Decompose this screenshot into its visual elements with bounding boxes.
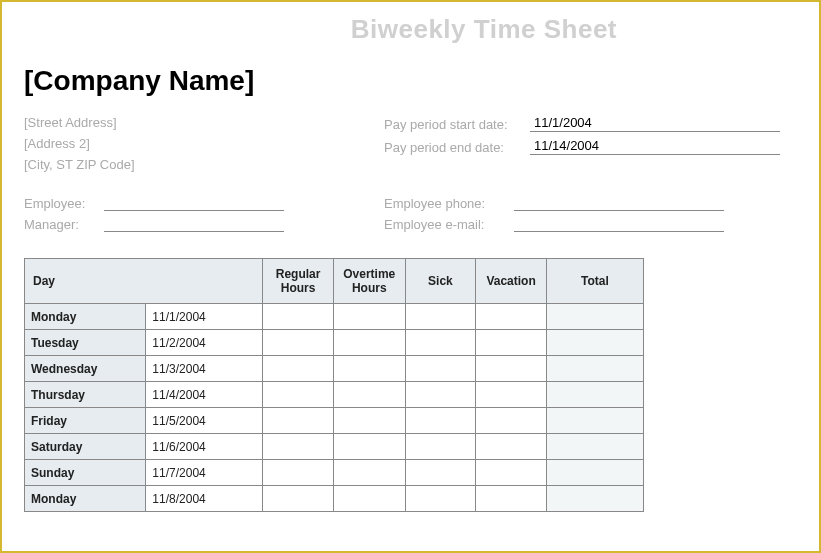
- total-cell: [546, 304, 643, 330]
- street-address: [Street Address]: [24, 115, 384, 130]
- regular-cell[interactable]: [263, 434, 334, 460]
- regular-cell[interactable]: [263, 408, 334, 434]
- day-cell: Wednesday: [25, 356, 146, 382]
- field-left: Employee: Manager:: [24, 196, 384, 238]
- header-total: Total: [546, 259, 643, 304]
- table-row: Tuesday11/2/2004: [25, 330, 644, 356]
- phone-row: Employee phone:: [384, 196, 797, 211]
- vacation-cell[interactable]: [476, 486, 547, 512]
- regular-cell[interactable]: [263, 356, 334, 382]
- vacation-cell[interactable]: [476, 408, 547, 434]
- date-cell: 11/4/2004: [146, 382, 263, 408]
- pay-end-value[interactable]: 11/14/2004: [530, 138, 780, 155]
- table-body: Monday11/1/2004Tuesday11/2/2004Wednesday…: [25, 304, 644, 512]
- table-row: Monday11/8/2004: [25, 486, 644, 512]
- sick-cell[interactable]: [405, 304, 476, 330]
- regular-cell[interactable]: [263, 330, 334, 356]
- header-overtime: Overtime Hours: [333, 259, 405, 304]
- email-label: Employee e-mail:: [384, 217, 514, 232]
- total-cell: [546, 460, 643, 486]
- employee-label: Employee:: [24, 196, 104, 211]
- date-cell: 11/3/2004: [146, 356, 263, 382]
- day-cell: Monday: [25, 304, 146, 330]
- vacation-cell[interactable]: [476, 460, 547, 486]
- address-2: [Address 2]: [24, 136, 384, 151]
- date-cell: 11/6/2004: [146, 434, 263, 460]
- vacation-cell[interactable]: [476, 356, 547, 382]
- table-row: Thursday11/4/2004: [25, 382, 644, 408]
- field-right: Employee phone: Employee e-mail:: [384, 196, 797, 238]
- regular-cell[interactable]: [263, 382, 334, 408]
- overtime-cell[interactable]: [333, 486, 405, 512]
- pay-start-label: Pay period start date:: [384, 117, 530, 132]
- sick-cell[interactable]: [405, 330, 476, 356]
- total-cell: [546, 382, 643, 408]
- page-title: Biweekly Time Sheet: [24, 14, 797, 45]
- pay-period-block: Pay period start date: 11/1/2004 Pay per…: [384, 115, 797, 178]
- total-cell: [546, 408, 643, 434]
- overtime-cell[interactable]: [333, 408, 405, 434]
- timesheet-table: Day Regular Hours Overtime Hours Sick Va…: [24, 258, 644, 512]
- day-cell: Thursday: [25, 382, 146, 408]
- day-cell: Sunday: [25, 460, 146, 486]
- pay-period-end-row: Pay period end date: 11/14/2004: [384, 138, 797, 155]
- sick-cell[interactable]: [405, 408, 476, 434]
- vacation-cell[interactable]: [476, 330, 547, 356]
- table-row: Monday11/1/2004: [25, 304, 644, 330]
- manager-input[interactable]: [104, 218, 284, 232]
- day-cell: Tuesday: [25, 330, 146, 356]
- overtime-cell[interactable]: [333, 460, 405, 486]
- sick-cell[interactable]: [405, 486, 476, 512]
- vacation-cell[interactable]: [476, 304, 547, 330]
- table-row: Friday11/5/2004: [25, 408, 644, 434]
- overtime-cell[interactable]: [333, 304, 405, 330]
- day-cell: Monday: [25, 486, 146, 512]
- day-cell: Saturday: [25, 434, 146, 460]
- header-vacation: Vacation: [476, 259, 547, 304]
- overtime-cell[interactable]: [333, 356, 405, 382]
- manager-row: Manager:: [24, 217, 384, 232]
- total-cell: [546, 434, 643, 460]
- regular-cell[interactable]: [263, 304, 334, 330]
- sick-cell[interactable]: [405, 460, 476, 486]
- pay-end-label: Pay period end date:: [384, 140, 530, 155]
- employee-row: Employee:: [24, 196, 384, 211]
- overtime-cell[interactable]: [333, 434, 405, 460]
- date-cell: 11/1/2004: [146, 304, 263, 330]
- header-regular: Regular Hours: [263, 259, 334, 304]
- phone-label: Employee phone:: [384, 196, 514, 211]
- manager-label: Manager:: [24, 217, 104, 232]
- city-state-zip: [City, ST ZIP Code]: [24, 157, 384, 172]
- date-cell: 11/2/2004: [146, 330, 263, 356]
- company-name: [Company Name]: [24, 65, 797, 97]
- sick-cell[interactable]: [405, 434, 476, 460]
- table-header: Day Regular Hours Overtime Hours Sick Va…: [25, 259, 644, 304]
- employee-input[interactable]: [104, 197, 284, 211]
- overtime-cell[interactable]: [333, 330, 405, 356]
- date-cell: 11/7/2004: [146, 460, 263, 486]
- total-cell: [546, 330, 643, 356]
- header-day: Day: [25, 259, 263, 304]
- regular-cell[interactable]: [263, 486, 334, 512]
- vacation-cell[interactable]: [476, 382, 547, 408]
- total-cell: [546, 356, 643, 382]
- vacation-cell[interactable]: [476, 434, 547, 460]
- table-row: Sunday11/7/2004: [25, 460, 644, 486]
- date-cell: 11/8/2004: [146, 486, 263, 512]
- table-row: Wednesday11/3/2004: [25, 356, 644, 382]
- total-cell: [546, 486, 643, 512]
- day-cell: Friday: [25, 408, 146, 434]
- sick-cell[interactable]: [405, 356, 476, 382]
- pay-start-value[interactable]: 11/1/2004: [530, 115, 780, 132]
- date-cell: 11/5/2004: [146, 408, 263, 434]
- timesheet-page: Biweekly Time Sheet [Company Name] [Stre…: [0, 0, 821, 553]
- email-row: Employee e-mail:: [384, 217, 797, 232]
- info-block: [Street Address] [Address 2] [City, ST Z…: [24, 115, 797, 178]
- regular-cell[interactable]: [263, 460, 334, 486]
- email-input[interactable]: [514, 218, 724, 232]
- overtime-cell[interactable]: [333, 382, 405, 408]
- pay-period-start-row: Pay period start date: 11/1/2004: [384, 115, 797, 132]
- address-block: [Street Address] [Address 2] [City, ST Z…: [24, 115, 384, 178]
- sick-cell[interactable]: [405, 382, 476, 408]
- phone-input[interactable]: [514, 197, 724, 211]
